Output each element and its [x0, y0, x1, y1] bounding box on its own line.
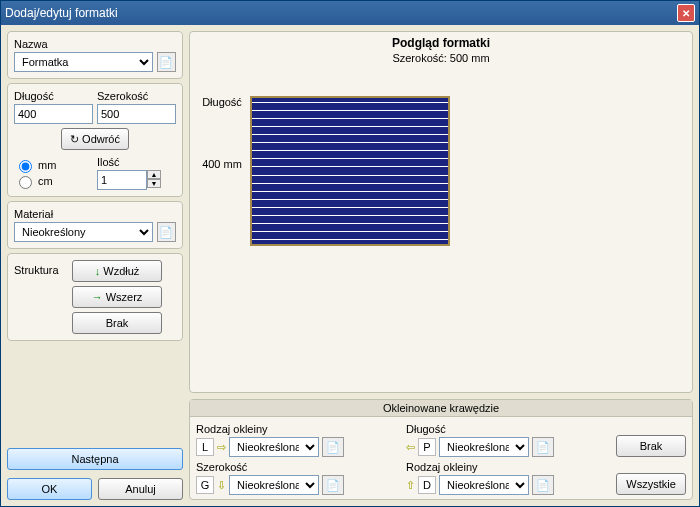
bottom-buttons: Następna: [7, 440, 183, 470]
dialog-window: Dodaj/edytuj formatki ✕ Nazwa Formatka 📄…: [0, 0, 700, 507]
window-title: Dodaj/edytuj formatki: [5, 6, 118, 20]
quantity-stepper[interactable]: ▲▼: [97, 170, 176, 190]
preview-board: [250, 96, 450, 246]
right-panel: Podgląd formatki Szerokość: 500 mm Długo…: [189, 31, 693, 500]
edge-d-select[interactable]: Nieokreślona: [439, 475, 529, 495]
close-icon[interactable]: ✕: [677, 4, 695, 22]
edge-p-browse-icon[interactable]: 📄: [532, 437, 554, 457]
edge-d-browse-icon[interactable]: 📄: [532, 475, 554, 495]
edges-title: Okleinowane krawędzie: [190, 400, 692, 417]
name-label: Nazwa: [14, 38, 176, 50]
struct-along-button[interactable]: ↓ Wzdłuż: [72, 260, 162, 282]
edge-l-browse-icon[interactable]: 📄: [322, 437, 344, 457]
preview-side-label: Długość 400 mm: [194, 96, 250, 170]
edge-p-tag: P: [418, 438, 436, 456]
arrow-left-icon: ⇦: [406, 441, 415, 454]
qty-label: Ilość: [97, 156, 176, 168]
spin-up-icon[interactable]: ▲: [147, 170, 161, 179]
preview-title: Podgląd formatki: [194, 36, 688, 50]
edge-kind-label: Rodzaj okleiny: [196, 423, 390, 435]
material-group: Materiał Nieokreślony 📄: [7, 201, 183, 249]
struct-across-button[interactable]: → Wszerz: [72, 286, 162, 308]
length-input[interactable]: [14, 104, 93, 124]
edge-kind2-label: Rodzaj okleiny: [406, 461, 600, 473]
edge-width-label: Szerokość: [196, 461, 390, 473]
cancel-button[interactable]: Anuluj: [98, 478, 183, 500]
edges-all-button[interactable]: Wszystkie: [616, 473, 686, 495]
titlebar: Dodaj/edytuj formatki ✕: [1, 1, 699, 25]
arrow-down-icon: ↓: [95, 265, 101, 277]
edges-none-button[interactable]: Brak: [616, 435, 686, 457]
edge-l-select[interactable]: Nieokreślona: [229, 437, 319, 457]
name-browse-icon[interactable]: 📄: [157, 52, 176, 72]
arrow-right-icon: ⇨: [217, 441, 226, 454]
edge-l-tag: L: [196, 438, 214, 456]
arrow-down-icon: ⇩: [217, 479, 226, 492]
swap-icon: ↻: [70, 133, 79, 146]
edge-g-tag: G: [196, 476, 214, 494]
length-label: Długość: [14, 90, 93, 102]
preview-body: Długość 400 mm: [194, 64, 688, 388]
name-select[interactable]: Formatka: [14, 52, 153, 72]
preview-width-text: Szerokość: 500 mm: [194, 52, 688, 64]
edge-g-select[interactable]: Nieokreślona: [229, 475, 319, 495]
structure-group: Struktura ↓ Wzdłuż → Wszerz Brak: [7, 253, 183, 341]
ok-button[interactable]: OK: [7, 478, 92, 500]
spin-down-icon[interactable]: ▼: [147, 179, 161, 188]
edge-d-tag: D: [418, 476, 436, 494]
arrow-up-icon: ⇧: [406, 479, 415, 492]
edge-p-select[interactable]: Nieokreślona: [439, 437, 529, 457]
preview-area: Podgląd formatki Szerokość: 500 mm Długo…: [189, 31, 693, 393]
edge-g-browse-icon[interactable]: 📄: [322, 475, 344, 495]
next-button[interactable]: Następna: [7, 448, 183, 470]
material-browse-icon[interactable]: 📄: [157, 222, 176, 242]
structure-label: Struktura: [14, 260, 64, 276]
swap-button[interactable]: ↻ Odwróć: [61, 128, 129, 150]
edge-length-label: Długość: [406, 423, 600, 435]
dims-group: Długość Szerokość ↻ Odwróć mm: [7, 83, 183, 197]
width-label: Szerokość: [97, 90, 176, 102]
name-group: Nazwa Formatka 📄: [7, 31, 183, 79]
content-area: Nazwa Formatka 📄 Długość Szerokość: [1, 25, 699, 506]
unit-cm-radio[interactable]: cm: [14, 173, 93, 189]
material-select[interactable]: Nieokreślony: [14, 222, 153, 242]
unit-mm-radio[interactable]: mm: [14, 157, 93, 173]
width-input[interactable]: [97, 104, 176, 124]
left-panel: Nazwa Formatka 📄 Długość Szerokość: [7, 31, 183, 500]
material-label: Materiał: [14, 208, 176, 220]
edges-group: Okleinowane krawędzie Rodzaj okleiny L ⇨…: [189, 399, 693, 500]
arrow-right-icon: →: [92, 291, 103, 303]
struct-none-button[interactable]: Brak: [72, 312, 162, 334]
